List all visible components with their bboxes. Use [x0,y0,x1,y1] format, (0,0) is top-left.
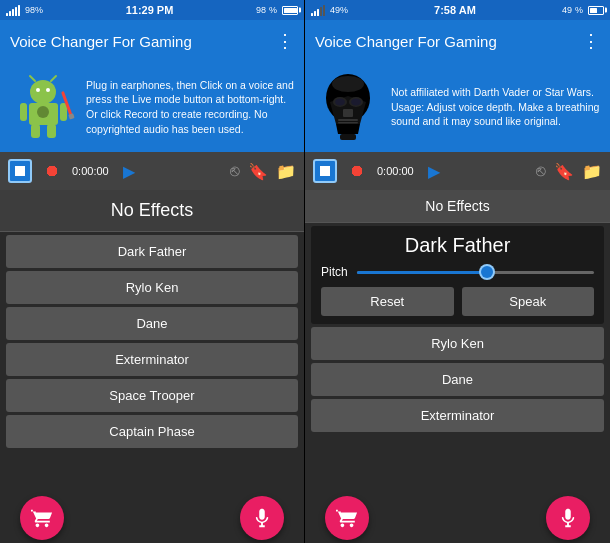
svg-rect-8 [31,124,40,138]
signal-bar-5 [18,5,20,16]
svg-rect-7 [60,103,67,121]
mic-icon [251,507,273,529]
svg-rect-21 [343,109,353,117]
right-cart-fab[interactable] [325,496,369,540]
right-menu-button[interactable]: ⋮ [582,30,600,52]
right-battery-percent: 49 [562,5,572,15]
right-exterminator-item[interactable]: Exterminator [311,399,604,432]
right-mic-fab[interactable] [546,496,590,540]
cart-icon [31,507,53,529]
right-battery-group: 49% [562,5,604,15]
svg-point-19 [335,99,345,106]
svg-line-3 [30,76,35,81]
left-controls-bar: ⏺ 0:00:00 ▶ ⎋ 🔖 📁 [0,152,304,190]
left-captain-phase-item[interactable]: Captain Phase [6,415,298,448]
right-signal-bars [311,4,325,16]
left-folder-icon[interactable]: 📁 [276,162,296,181]
left-cart-fab[interactable] [20,496,64,540]
left-signal-bars [6,4,20,16]
right-stop-button[interactable] [313,159,337,183]
left-battery-percent: 98 [256,5,266,15]
right-dark-father-block[interactable]: Dark Father Pitch Reset Speak [311,226,604,324]
left-no-effects-item[interactable]: No Effects [0,190,304,232]
darth-vader-icon [316,72,381,142]
left-dane-item[interactable]: Dane [6,307,298,340]
svg-rect-9 [47,124,56,138]
left-timer: 0:00:00 [72,165,109,177]
right-mic-icon [557,507,579,529]
svg-point-1 [36,88,40,92]
left-status-bar: 98% 11:29 PM 98% [0,0,304,20]
svg-rect-13 [15,166,25,176]
left-menu-button[interactable]: ⋮ [276,30,294,52]
pitch-slider-track[interactable] [357,271,594,274]
left-play-button[interactable]: ▶ [117,159,141,183]
left-bookmark-icon[interactable]: 🔖 [248,162,268,181]
right-signal-group: 49% [311,4,348,16]
left-dark-father-item[interactable]: Dark Father [6,235,298,268]
speak-button[interactable]: Speak [462,287,595,316]
left-battery-fill [284,8,297,13]
speak-reset-row: Reset Speak [321,287,594,316]
left-battery-icon [282,6,298,15]
right-signal-bar-2 [314,11,316,16]
left-exterminator-item[interactable]: Exterminator [6,343,298,376]
left-list-area: No Effects Dark Father Rylo Ken Dane Ext… [0,190,304,493]
left-stop-button[interactable] [8,159,32,183]
left-share-icon[interactable]: ⎋ [230,162,240,180]
left-signal-group: 98% [6,4,43,16]
right-bottom-bar [305,493,610,543]
right-dark-father-title: Dark Father [321,234,594,257]
left-bottom-bar [0,493,304,543]
right-banner-text: Not affiliated with Darth Vader or Star … [391,85,602,129]
left-banner: Plug in earphones, then Click on a voice… [0,62,304,152]
left-record-button[interactable]: ⏺ [40,159,64,183]
left-battery-pct-sign: % [269,5,277,15]
svg-point-20 [351,99,361,106]
reset-button[interactable]: Reset [321,287,454,316]
right-folder-icon[interactable]: 📁 [582,162,602,181]
svg-rect-6 [20,103,27,121]
right-play-button[interactable]: ▶ [422,159,446,183]
left-app-title: Voice Changer For Gaming [10,33,192,50]
right-signal-bar-3 [317,9,319,16]
right-banner-image [313,70,383,144]
left-rylo-ken-item[interactable]: Rylo Ken [6,271,298,304]
right-list-area: No Effects Dark Father Pitch Reset Speak… [305,190,610,493]
right-controls-bar: ⏺ 0:00:00 ▶ ⎋ 🔖 📁 [305,152,610,190]
right-phone-panel: 49% 7:58 AM 49% Voice Changer For Gaming… [305,0,610,543]
left-mic-fab[interactable] [240,496,284,540]
left-battery-group: 98% [256,5,298,15]
svg-rect-26 [320,166,330,176]
svg-point-12 [37,106,49,118]
svg-rect-23 [338,122,358,124]
svg-point-2 [46,88,50,92]
right-app-header: Voice Changer For Gaming ⋮ [305,20,610,62]
right-no-effects-item[interactable]: No Effects [305,190,610,223]
right-record-button[interactable]: ⏺ [345,159,369,183]
right-app-title: Voice Changer For Gaming [315,33,497,50]
right-rylo-ken-item[interactable]: Rylo Ken [311,327,604,360]
right-time: 7:58 AM [434,4,476,16]
right-battery-icon [588,6,604,15]
right-timer: 0:00:00 [377,165,414,177]
pitch-slider-thumb [481,266,493,278]
right-share-icon[interactable]: ⎋ [536,162,546,180]
right-dane-item[interactable]: Dane [311,363,604,396]
android-robot-icon [11,72,76,142]
right-battery-pct-sign: % [575,5,583,15]
pitch-slider-fill [357,271,487,274]
right-bookmark-icon[interactable]: 🔖 [554,162,574,181]
right-signal-percent: 49% [330,5,348,15]
signal-bar-2 [9,11,11,16]
svg-marker-24 [336,124,360,134]
svg-point-0 [30,80,56,104]
right-banner: Not affiliated with Darth Vader or Star … [305,62,610,152]
svg-line-4 [51,76,56,81]
right-battery-fill [590,8,597,13]
left-space-trooper-item[interactable]: Space Trooper [6,379,298,412]
svg-rect-25 [340,134,356,140]
signal-bar-1 [6,13,8,16]
right-signal-bar-4 [320,7,322,16]
left-time: 11:29 PM [126,4,174,16]
